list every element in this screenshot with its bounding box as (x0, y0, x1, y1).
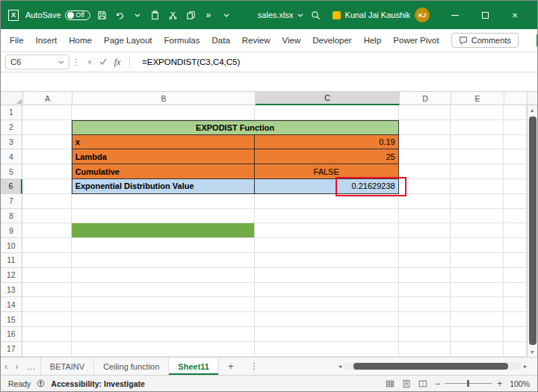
column-header-A[interactable]: A (23, 92, 72, 105)
cell-E8[interactable] (451, 209, 504, 224)
cell-E10[interactable] (451, 238, 504, 253)
row-header-17[interactable]: 17 (1, 342, 22, 357)
cell-E2[interactable] (451, 120, 504, 135)
add-sheet-button[interactable]: + (219, 361, 243, 372)
cell-B2[interactable]: EXPODIST Function (72, 120, 399, 135)
cell-A9[interactable] (22, 223, 72, 238)
cell-A11[interactable] (22, 253, 72, 268)
cell-E12[interactable] (451, 268, 504, 283)
cell-E5[interactable] (451, 164, 504, 179)
cell-E1[interactable] (451, 105, 504, 120)
cell-D16[interactable] (399, 327, 451, 342)
row-header-15[interactable]: 15 (1, 312, 22, 327)
cell-F16[interactable] (504, 327, 527, 342)
cell-C3[interactable]: 0.19 (255, 135, 399, 150)
search-icon[interactable] (310, 9, 322, 21)
cell-D8[interactable] (399, 209, 451, 224)
row-header-11[interactable]: 11 (1, 253, 22, 268)
menu-item-help[interactable]: Help (364, 36, 382, 45)
row-header-2[interactable]: 2 (1, 120, 22, 135)
insert-function-button[interactable]: fx (110, 57, 125, 68)
name-box[interactable]: C6 (5, 55, 69, 69)
cell-E13[interactable] (451, 283, 504, 298)
cell-F9[interactable] (504, 223, 527, 238)
zoom-track[interactable] (445, 383, 492, 384)
row-header-16[interactable]: 16 (1, 327, 22, 342)
cell-F8[interactable] (504, 209, 527, 224)
cancel-entry-icon[interactable]: × (83, 57, 96, 66)
cell-A13[interactable] (22, 283, 72, 298)
more-commands-chevron-icon[interactable] (220, 9, 232, 21)
cell-A14[interactable] (22, 297, 72, 312)
cell-F17[interactable] (504, 342, 527, 357)
row-header-1[interactable]: 1 (1, 105, 22, 120)
cell-C15[interactable] (255, 312, 399, 327)
cell-B13[interactable] (72, 283, 255, 298)
cell-D11[interactable] (399, 253, 451, 268)
name-box-kebab-icon[interactable]: ⋮ (69, 57, 83, 67)
sheet-tab-sheet11[interactable]: Sheet11 (169, 358, 219, 375)
row-header-12[interactable]: 12 (1, 268, 22, 283)
confirm-entry-icon[interactable] (96, 57, 110, 66)
tab-options-kebab-icon[interactable]: ⋮ (243, 361, 266, 371)
menu-item-home[interactable]: Home (69, 36, 92, 45)
cell-D17[interactable] (399, 342, 451, 357)
cell-F10[interactable] (504, 238, 527, 253)
save-icon[interactable] (97, 9, 108, 21)
cell-F7[interactable] (504, 194, 527, 209)
cell-A17[interactable] (22, 342, 72, 357)
cell-C9[interactable] (255, 223, 399, 238)
cell-C1[interactable] (255, 105, 399, 120)
cell-B7[interactable] (72, 194, 255, 209)
cell-D7[interactable] (399, 194, 451, 209)
formula-input[interactable]: =EXPONDIST(C3,C4,C5) (142, 57, 240, 66)
cell-B17[interactable] (72, 342, 255, 357)
cell-D13[interactable] (399, 283, 451, 298)
cell-C11[interactable] (255, 253, 399, 268)
prev-sheet-icon[interactable]: ‹ (1, 361, 11, 372)
cell-A16[interactable] (22, 327, 72, 342)
cell-E17[interactable] (451, 342, 504, 357)
cell-A1[interactable] (22, 105, 72, 120)
cell-E15[interactable] (451, 312, 504, 327)
cell-C6[interactable]: 0.21629238 (255, 179, 399, 194)
cell-D1[interactable] (399, 105, 451, 120)
page-layout-view-icon[interactable] (402, 379, 411, 388)
row-header-4[interactable]: 4 (1, 149, 22, 164)
zoom-out-icon[interactable]: − (435, 379, 440, 389)
cell-C7[interactable] (255, 194, 399, 209)
row-header-10[interactable]: 10 (1, 238, 22, 253)
row-header-13[interactable]: 13 (1, 283, 22, 298)
cell-D2[interactable] (399, 120, 451, 135)
sheet-tab-betainv[interactable]: BETAINV (40, 358, 94, 375)
cell-C14[interactable] (255, 297, 399, 312)
horizontal-scroll-thumb[interactable] (353, 363, 507, 370)
cell-A10[interactable] (22, 238, 72, 253)
zoom-knob[interactable] (467, 380, 469, 387)
cell-D9[interactable] (399, 223, 451, 238)
cut-icon[interactable] (167, 9, 179, 21)
menu-item-insert[interactable]: Insert (36, 36, 58, 45)
cell-E16[interactable] (451, 327, 504, 342)
scroll-up-icon[interactable]: ▲ (528, 105, 537, 115)
column-header-D[interactable]: D (400, 92, 451, 105)
cell-C12[interactable] (255, 268, 399, 283)
cell-C8[interactable] (255, 209, 399, 224)
cell-F4[interactable] (504, 149, 527, 164)
maximize-button[interactable] (470, 4, 500, 25)
row-header-3[interactable]: 3 (1, 135, 22, 150)
cell-C4[interactable]: 25 (255, 149, 399, 164)
accessibility-status[interactable]: Accessibility: Investigate (51, 379, 144, 388)
menu-item-data[interactable]: Data (212, 36, 230, 45)
menu-item-file[interactable]: File (10, 36, 24, 45)
undo-chevron-icon[interactable] (132, 9, 143, 21)
scroll-left-icon[interactable]: ◂ (338, 363, 341, 370)
zoom-slider[interactable]: − + (435, 379, 502, 389)
cell-B11[interactable] (72, 253, 255, 268)
filename-dropdown[interactable]: sales.xlsx (258, 10, 303, 19)
cell-F15[interactable] (504, 312, 527, 327)
cell-F3[interactable] (504, 135, 527, 150)
cell-F11[interactable] (504, 253, 527, 268)
cell-C10[interactable] (255, 238, 399, 253)
cell-F1[interactable] (504, 105, 527, 120)
